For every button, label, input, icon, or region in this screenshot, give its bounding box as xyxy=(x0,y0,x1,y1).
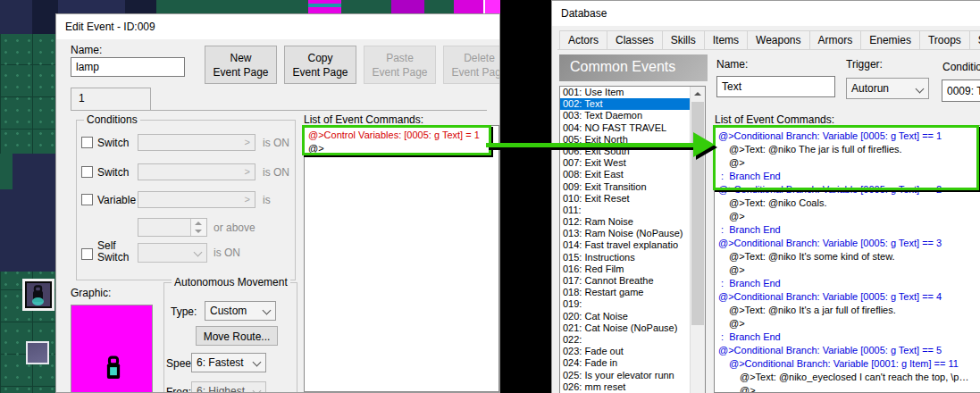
common-event-item[interactable]: 026: mm reset xyxy=(560,381,690,393)
common-event-item[interactable]: 014: Fast travel explanatio xyxy=(560,239,690,251)
self-switch-checkbox[interactable] xyxy=(81,248,93,260)
scroll-up-icon[interactable] xyxy=(691,87,705,101)
map-top-magenta1 xyxy=(308,0,341,13)
common-event-item[interactable]: 013: Ram Noise (NoPause) xyxy=(560,228,690,239)
tab-troops[interactable]: Troops xyxy=(919,30,970,50)
event-command-row[interactable]: @>Conditional Branch: Variable [0005: g … xyxy=(715,344,980,357)
event-command-row[interactable]: @> xyxy=(305,142,498,155)
event-command-row[interactable]: @>Conditional Branch: Variable [0005: g … xyxy=(715,130,980,143)
common-events-scrollbar[interactable] xyxy=(690,87,705,393)
common-event-item[interactable]: 023: Fade out xyxy=(560,346,690,357)
common-event-item[interactable]: 001: Use Item xyxy=(560,87,690,98)
common-event-item[interactable]: 025: Is your elevator runn xyxy=(560,370,690,381)
event-name-input[interactable]: lamp xyxy=(71,57,185,77)
edit-event-titlebar[interactable]: Edit Event - ID:009 xyxy=(56,14,499,39)
common-event-item[interactable]: 024: Fade in xyxy=(560,357,690,369)
copy-event-page-button[interactable]: Copy Event Page xyxy=(284,46,356,84)
freq-combo[interactable]: 6: Highest xyxy=(191,381,266,393)
event-command-row[interactable]: : Branch End xyxy=(715,277,980,290)
scrollbar-thumb[interactable] xyxy=(691,102,704,325)
move-route-button[interactable]: Move Route... xyxy=(196,326,278,346)
self-switch-suffix: is ON xyxy=(214,247,240,259)
tab-items[interactable]: Items xyxy=(704,30,748,50)
event-command-row[interactable]: @> xyxy=(715,156,980,170)
variable-checkbox[interactable] xyxy=(81,194,93,205)
event-command-row[interactable]: @>Text: @niko Coals. xyxy=(715,196,980,210)
common-event-item[interactable]: 019: xyxy=(560,298,690,310)
switch2-checkbox[interactable] xyxy=(81,166,93,178)
event-command-row[interactable]: @> xyxy=(715,210,980,223)
graphic-label: Graphic: xyxy=(71,287,111,299)
switch1-field[interactable]: > xyxy=(138,134,255,151)
common-event-item[interactable]: 016: Red Film xyxy=(560,263,690,275)
variable-picker-icon[interactable]: > xyxy=(245,194,250,205)
database-titlebar[interactable]: Database xyxy=(552,1,980,26)
tab-states[interactable]: States xyxy=(969,30,980,50)
self-switch-combo[interactable] xyxy=(138,243,207,263)
highlighted-map-tile[interactable] xyxy=(26,341,49,364)
graphic-preview[interactable] xyxy=(71,305,153,393)
tab-weapons[interactable]: Weapons xyxy=(747,30,809,50)
lamp-event-tile[interactable] xyxy=(25,281,52,308)
common-event-item[interactable]: 011: xyxy=(560,205,690,216)
common-event-item[interactable]: 015: Instructions xyxy=(560,252,690,263)
common-event-item[interactable]: 004: NO FAST TRAVEL xyxy=(560,122,690,134)
tab-actors[interactable]: Actors xyxy=(559,30,607,50)
tab-enemies[interactable]: Enemies xyxy=(860,30,920,50)
event-command-row[interactable]: @>Conditional Branch: Variable [0005: g … xyxy=(715,183,980,196)
event-command-row[interactable]: @>Text: @niko It's some kind of stew. xyxy=(715,250,980,263)
tab-skills[interactable]: Skills xyxy=(662,30,705,50)
switch1-picker-icon[interactable]: > xyxy=(245,137,250,147)
common-event-item[interactable]: 012: Ram Noise xyxy=(560,216,690,228)
lamp-graphic-icon xyxy=(104,355,123,386)
common-event-item[interactable]: 020: Cat Noise xyxy=(560,311,690,322)
common-event-item[interactable]: 003: Text Daemon xyxy=(560,110,690,121)
new-event-page-button[interactable]: New Event Page xyxy=(205,46,277,84)
event-command-row[interactable]: : Branch End xyxy=(715,223,980,237)
common-event-item[interactable]: 018: Restart game xyxy=(560,287,690,298)
trigger-combo[interactable]: Autorun xyxy=(846,78,929,99)
common-event-item[interactable]: 021: Cat Noise (NoPause) xyxy=(560,322,690,334)
event-page-buttons: New Event PageCopy Event PagePaste Event… xyxy=(205,46,500,84)
event-command-row[interactable]: @>Conditional Branch: Variable [0001: g … xyxy=(715,357,980,371)
common-event-item[interactable]: 002: Text xyxy=(560,98,690,110)
common-events-list[interactable]: 001: Use Item002: Text003: Text Daemon00… xyxy=(559,86,706,393)
event-command-row[interactable]: @>Text: @niko_eyeclosed I can't reach th… xyxy=(715,371,980,384)
switch2-picker-icon[interactable]: > xyxy=(245,166,250,177)
edit-event-title: Edit Event - ID:009 xyxy=(65,21,155,33)
event-command-row[interactable]: @> xyxy=(715,384,980,393)
switch2-field[interactable]: > xyxy=(138,163,255,180)
event-command-row[interactable]: @> xyxy=(715,317,980,330)
variable-field[interactable]: > xyxy=(138,191,255,208)
right-event-commands-list[interactable]: @>Conditional Branch: Variable [0005: g … xyxy=(714,125,980,393)
common-event-item[interactable]: 017: Cannot Breathe xyxy=(560,275,690,287)
condition-field[interactable]: 0009: TE xyxy=(942,79,980,102)
event-page-tab-1[interactable]: 1 xyxy=(71,88,151,110)
common-event-item[interactable]: 005: Exit North xyxy=(560,134,690,146)
event-name-value: lamp xyxy=(76,61,99,73)
event-command-row[interactable]: @>Conditional Branch: Variable [0005: g … xyxy=(715,237,980,250)
spinner-buttons[interactable] xyxy=(190,219,206,236)
common-event-item[interactable]: 006: Exit South xyxy=(560,146,690,157)
tab-armors[interactable]: Armors xyxy=(809,30,862,50)
event-command-row[interactable]: : Branch End xyxy=(715,170,980,183)
common-event-item[interactable]: 009: Exit Transition xyxy=(560,181,690,193)
speed-combo[interactable]: 6: Fastest xyxy=(191,353,266,372)
ce-name-input[interactable]: Text xyxy=(716,76,835,97)
common-event-item[interactable]: 008: Exit East xyxy=(560,169,690,180)
common-event-item[interactable]: 010: Exit Reset xyxy=(560,193,690,205)
event-command-row[interactable]: @> xyxy=(715,263,980,277)
condition-value: 0009: TE xyxy=(947,85,980,97)
event-command-row[interactable]: @>Text: @niko It's a jar full of firefli… xyxy=(715,304,980,317)
tab-classes[interactable]: Classes xyxy=(607,30,663,50)
event-command-row[interactable]: @>Control Variables: [0005: g Text] = 1 xyxy=(305,129,498,142)
event-command-row[interactable]: @>Text: @niko The jar is full of firefli… xyxy=(715,143,980,156)
event-command-row[interactable]: : Branch End xyxy=(715,330,980,344)
left-event-commands-list[interactable]: @>Control Variables: [0005: g Text] = 1@… xyxy=(304,125,499,392)
switch1-checkbox[interactable] xyxy=(81,137,93,148)
type-combo[interactable]: Custom xyxy=(205,301,276,321)
event-command-row[interactable]: @>Conditional Branch: Variable [0005: g … xyxy=(715,290,980,304)
common-event-item[interactable]: 007: Exit West xyxy=(560,157,690,169)
variable-value-spinner[interactable] xyxy=(138,218,207,237)
common-event-item[interactable]: 022: xyxy=(560,334,690,346)
